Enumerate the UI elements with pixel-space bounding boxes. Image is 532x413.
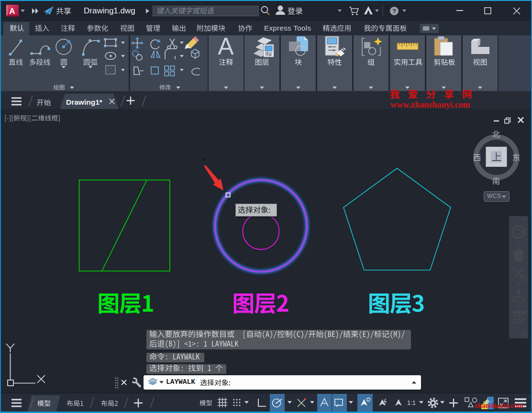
svg-text:A: A xyxy=(9,7,15,16)
svg-text:?: ? xyxy=(392,8,396,15)
svg-text:A: A xyxy=(218,33,234,60)
